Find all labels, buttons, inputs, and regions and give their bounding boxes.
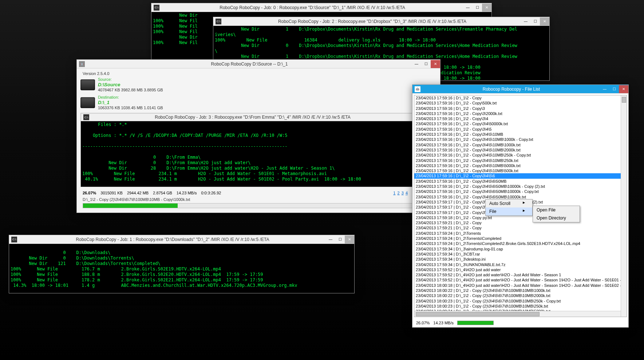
list-item[interactable]: 23/04/2013 17:59:16 | D:\_1\2 - Copy\3\4…: [414, 132, 627, 137]
filelist-pct: 26.07%: [416, 321, 430, 325]
list-item[interactable]: 23/04/2013 17:59:34 | D:\_3\UNKNOWABLE.t…: [414, 262, 627, 267]
list-item[interactable]: 23/04/2013 17:59:16 | D:\_1\2 - Copy\3\4…: [414, 147, 627, 153]
pager: 1 2 3 4: [393, 191, 408, 195]
cmd-icon: C:\: [154, 5, 159, 11]
list-item[interactable]: 23/04/2013 17:59:16 | D:\_1\2 - Copy\3\4…: [414, 137, 627, 142]
pager-link-4[interactable]: 4: [406, 191, 408, 195]
maximize-button[interactable]: ☐: [609, 85, 619, 93]
ctx-file-label: File: [489, 209, 496, 214]
list-item[interactable]: 23/04/2013 17:59:16 | D:\_1\2 - Copy\3\4…: [414, 121, 627, 126]
scrollbar-vertical[interactable]: [621, 95, 627, 317]
ctx-auto-scroll[interactable]: Auto Scroll ▶: [486, 199, 532, 207]
list-item[interactable]: 23/04/2013 17:59:34 | D:\_3\desktop.ini: [414, 257, 627, 262]
list-item[interactable]: 23/04/2013 18:00:23 | D:\_1\2 - Copy (2)…: [414, 304, 627, 309]
close-button[interactable]: ✕: [431, 60, 440, 68]
minimize-button[interactable]: —: [521, 17, 530, 25]
list-item[interactable]: 23/04/2013 18:00:22 | D:\_1\2 - Copy (2)…: [414, 293, 627, 298]
minimize-button[interactable]: —: [600, 85, 609, 93]
list-item[interactable]: 23/04/2013 17:59:16 | D:\_1\2 - Copy\3\4…: [414, 194, 627, 199]
progress-fill: [83, 203, 178, 208]
close-button[interactable]: ✕: [540, 17, 549, 25]
current-file-path: D:\_1\2 - Copy (2)\3\4\5\6\7\8\100MB\10M…: [80, 197, 436, 203]
list-item[interactable]: 23/04/2013 17:59:16 | D:\_1\2 - Copy\3\4…: [414, 173, 627, 178]
list-item[interactable]: 23/04/2013 17:59:52 | D:\_4\H2O just add…: [414, 272, 627, 277]
dest-row: Destination: D:\_1 1063376 KB 1038.45 MB…: [80, 95, 436, 110]
source-path: D:\Source: [98, 82, 163, 87]
job3-titlebar[interactable]: C:\ RoboCop RoboCopy - Job: 3 : Robocopy…: [81, 113, 436, 121]
list-item[interactable]: 23/04/2013 17:59:34 | D:\_3\airodump.log…: [414, 246, 627, 252]
job1-titlebar[interactable]: C:\ RoboCop RoboCopy - Job: 1 : Robocopy…: [9, 235, 354, 244]
job0-title: RoboCop RoboCopy - Job: 0 : Robocopy.exe…: [162, 5, 463, 10]
pager-link-2[interactable]: 2: [398, 191, 400, 195]
context-submenu: Open File Open Directory: [533, 206, 580, 222]
job3-terminal: Files : *.* Options : *.* /V /S /E /DCOP…: [81, 121, 436, 187]
disk-icon: [80, 79, 95, 90]
list-item[interactable]: 23/04/2013 17:59:16 | D:\_1\2 - Copy\3\4…: [414, 142, 627, 147]
main-titlebar[interactable]: 🤖 RoboCop RoboCopy D:\Source -- D:\_1 — …: [77, 60, 440, 68]
filelist-titlebar[interactable]: 🤖 Robocop Robocopy - File List — ☐ ✕: [412, 85, 628, 94]
list-item[interactable]: 23/04/2013 17:59:24 | D:\_2\Torrents\Com…: [414, 241, 627, 246]
filelist-progress: [457, 321, 494, 325]
maximize-button[interactable]: ☐: [335, 236, 345, 244]
list-item[interactable]: 23/04/2013 17:59:16 | D:\_1\2 - Copy\3\4…: [414, 127, 627, 132]
list-item[interactable]: 23/04/2013 17:59:34 | D:\_3\CBT.rar: [414, 252, 627, 257]
maximize-button[interactable]: ☐: [473, 4, 482, 12]
progress-bar: [83, 203, 434, 208]
ctx-open-directory[interactable]: Open Directory: [533, 214, 580, 222]
filelist-title: Robocop Robocopy - File List: [423, 87, 600, 92]
minimize-button[interactable]: —: [463, 4, 473, 12]
filelist-window: 🤖 Robocop Robocopy - File List — ☐ ✕ 23/…: [412, 84, 629, 328]
stat-eta: 0:0:3:26.92: [201, 191, 221, 195]
filelist-rate: 14.23 MB/s: [433, 321, 454, 325]
disk-icon: [80, 97, 95, 108]
main-window: 🤖 RoboCop RoboCopy D:\Source -- D:\_1 — …: [76, 59, 440, 213]
dest-sizes: 1063376 KB 1038.45 MB 1.0141 GB: [98, 106, 163, 110]
pager-link-3[interactable]: 3: [402, 191, 404, 195]
cmd-icon: C:\: [216, 19, 221, 24]
list-item[interactable]: 23/04/2013 18:00:18 | D:\_4\H2O just add…: [414, 283, 627, 288]
list-item[interactable]: 23/04/2013 17:59:16 | D:\_1\2 - Copy\3\4…: [414, 189, 627, 194]
list-item[interactable]: 23/04/2013 17:59:16 | D:\_1\2 - Copy\3\4…: [414, 179, 627, 184]
list-item[interactable]: 23/04/2013 18:00:22 | D:\_1\2 - Copy (2)…: [414, 288, 627, 293]
minimize-button[interactable]: —: [412, 60, 421, 68]
close-button[interactable]: ✕: [619, 85, 628, 93]
submenu-arrow-icon: ▶: [523, 201, 525, 206]
minimize-button[interactable]: —: [326, 236, 335, 244]
list-item[interactable]: 23/04/2013 17:59:52 | D:\_4\H2O just add…: [414, 267, 627, 272]
stat-rate: 14.23 MB/s: [177, 191, 197, 195]
list-item[interactable]: 23/04/2013 17:59:16 | D:\_1\2 - Copy\3\4…: [414, 158, 627, 163]
list-item[interactable]: 23/04/2013 17:59:16 | D:\_1\2 - Copy\3\4…: [414, 184, 627, 189]
job3-subwindow: C:\ RoboCop RoboCopy - Job: 3 : Robocopy…: [80, 113, 436, 187]
ctx-file[interactable]: File ▶: [486, 207, 532, 215]
list-item[interactable]: 23/04/2013 17:59:24 | D:\_2\Torrents\Com…: [414, 236, 627, 241]
job2-titlebar[interactable]: C:\ RoboCop RoboCopy - Job: 2 : Robocopy…: [213, 17, 549, 26]
ctx-open-file[interactable]: Open File: [533, 206, 580, 214]
list-item[interactable]: 23/04/2013 17:59:52 | D:\_4\H2O just add…: [414, 277, 627, 282]
list-item[interactable]: 23/04/2013 17:59:21 | D:\_1\2 - Copy: [414, 225, 627, 230]
list-item[interactable]: 23/04/2013 17:59:16 | D:\_1\2 - Copy: [414, 95, 627, 100]
list-item[interactable]: 23/04/2013 17:59:24 | D:\_2\Torrents: [414, 231, 627, 236]
close-button[interactable]: ✕: [482, 4, 491, 12]
job0-titlebar[interactable]: C:\ RoboCop RoboCopy - Job: 0 : Robocopy…: [151, 3, 491, 12]
app-icon: 🤖: [79, 61, 85, 67]
list-item[interactable]: 23/04/2013 17:59:16 | D:\_1\2 - Copy\3\4: [414, 116, 627, 121]
list-item[interactable]: 23/04/2013 17:59:16 | D:\_1\2 - Copy\500…: [414, 100, 627, 106]
maximize-button[interactable]: ☐: [530, 17, 540, 25]
pager-link-1[interactable]: 1: [393, 191, 395, 195]
cmd-icon: C:\: [11, 237, 17, 242]
scrollbar-horizontal[interactable]: [414, 311, 621, 317]
source-label: Source:: [98, 77, 163, 82]
stats-row: 26.07% 3015091 KB 2944.42 MB 2.8754 GB 1…: [80, 187, 436, 197]
list-item[interactable]: 23/04/2013 17:59:16 | D:\_1\2 - Copy\3\4…: [414, 168, 627, 173]
filelist-status: 26.07% 14.23 MB/s: [412, 319, 628, 327]
close-button[interactable]: ✕: [345, 236, 354, 244]
list-item[interactable]: 23/04/2013 18:00:23 | D:\_1\2 - Copy (2)…: [414, 298, 627, 304]
list-item[interactable]: 23/04/2013 17:59:21 | D:\_1\2 - Copy: [414, 220, 627, 225]
list-item[interactable]: 23/04/2013 17:59:16 | D:\_1\2 - Copy\3\4…: [414, 163, 627, 168]
list-item[interactable]: 23/04/2013 17:59:16 | D:\_1\2 - Copy\3: [414, 106, 627, 111]
list-item[interactable]: 23/04/2013 17:59:16 | D:\_1\2 - Copy\3\4…: [414, 153, 627, 158]
app-icon: 🤖: [415, 86, 420, 92]
job1-window: C:\ RoboCop RoboCopy - Job: 1 : Robocopy…: [9, 235, 355, 293]
list-item[interactable]: 23/04/2013 17:59:16 | D:\_1\2 - Copy\3\2…: [414, 111, 627, 116]
maximize-button[interactable]: ☐: [421, 60, 431, 68]
